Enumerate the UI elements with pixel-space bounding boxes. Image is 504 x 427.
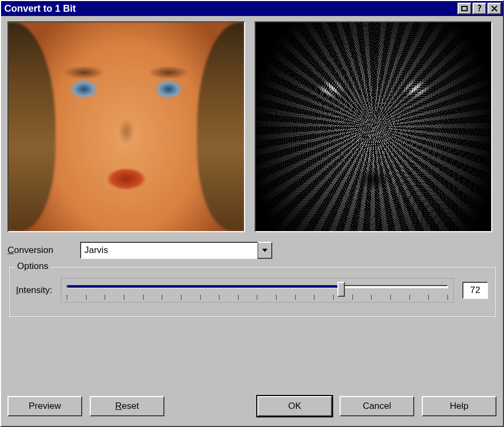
preview-row: [7, 21, 497, 232]
button-bar-right: OK Cancel Help: [257, 396, 497, 416]
dialog-body: Conversion Options Intensity:: [1, 16, 503, 322]
original-image-placeholder: [9, 22, 244, 231]
conversion-label: Conversion: [7, 245, 53, 256]
titlebar: Convert to 1 Bit ?: [1, 1, 503, 16]
options-group: Options Intensity:: [9, 266, 495, 317]
intensity-label: Intensity:: [16, 285, 52, 296]
options-legend: Options: [15, 261, 51, 272]
reset-rest: eset: [122, 401, 139, 411]
help-button-label: Help: [450, 401, 469, 412]
reset-button-label: Reset: [115, 401, 139, 412]
ok-button-label: OK: [288, 401, 302, 412]
dialog-window: Convert to 1 Bit ?: [0, 0, 504, 427]
close-icon: [491, 5, 498, 12]
conversion-dropdown-button[interactable]: [257, 242, 272, 259]
preview-button-label: Preview: [29, 401, 61, 412]
restore-icon: [461, 5, 468, 12]
close-button[interactable]: [487, 3, 501, 14]
conversion-combobox[interactable]: [80, 242, 272, 259]
conversion-accel: C: [7, 245, 14, 255]
button-bar: Preview Reset OK Cancel Help: [7, 396, 497, 416]
conversion-label-rest: onversion: [14, 245, 53, 255]
preview-original: [7, 21, 245, 232]
cancel-button-label: Cancel: [363, 401, 391, 412]
dithered-image-placeholder: [256, 22, 491, 231]
preview-button[interactable]: Preview: [7, 396, 82, 416]
conversion-input[interactable]: [81, 243, 257, 258]
titlebar-controls: ?: [458, 3, 501, 14]
window-title: Convert to 1 Bit: [4, 3, 458, 14]
intensity-label-rest: ntensity:: [19, 285, 52, 295]
button-bar-left: Preview Reset: [7, 396, 164, 416]
svg-marker-3: [262, 249, 267, 252]
preview-result: [255, 21, 492, 232]
reset-accel: R: [115, 401, 122, 411]
intensity-row: Intensity:: [16, 278, 488, 303]
reset-button[interactable]: Reset: [90, 396, 164, 416]
help-button[interactable]: Help: [422, 396, 497, 416]
restore-button[interactable]: [458, 3, 471, 14]
cancel-button[interactable]: Cancel: [340, 396, 414, 416]
slider-fill: [68, 286, 342, 288]
conversion-row: Conversion: [7, 242, 497, 259]
ok-button[interactable]: OK: [257, 396, 332, 416]
intensity-value-input[interactable]: [462, 282, 488, 299]
help-icon: ?: [477, 4, 482, 13]
intensity-slider[interactable]: [61, 278, 454, 303]
context-help-button[interactable]: ?: [472, 3, 486, 14]
slider-ticks: [67, 295, 448, 300]
svg-rect-0: [462, 6, 467, 11]
chevron-down-icon: [262, 247, 268, 254]
